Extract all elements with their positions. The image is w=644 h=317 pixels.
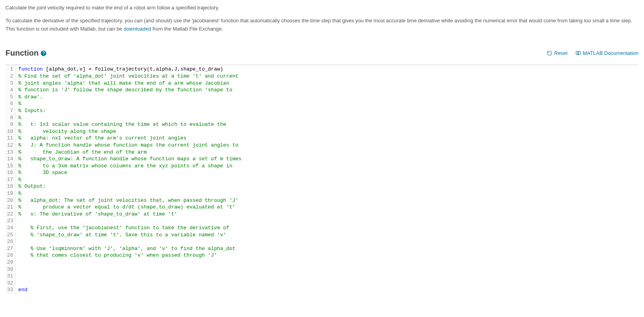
code-line[interactable]: % <box>18 176 639 183</box>
description-paragraph-1: Calculate the joint velocity required to… <box>5 4 639 12</box>
code-line[interactable]: % draw'. <box>18 94 639 101</box>
code-line[interactable]: % alpha: nx1 vector of the arm's current… <box>18 135 639 142</box>
line-number: 15 <box>7 163 13 170</box>
line-number: 3 <box>7 80 13 87</box>
line-number: 19 <box>7 190 13 197</box>
line-number: 2 <box>7 73 13 80</box>
line-number: 10 <box>7 128 13 135</box>
section-title: Function <box>5 49 38 58</box>
line-number: 20 <box>7 197 13 204</box>
code-line[interactable]: % produce a vector equal to d/dt (shape_… <box>18 204 639 211</box>
line-number: 25 <box>7 232 13 239</box>
code-editor[interactable]: 1234567891011121314151617181920212223242… <box>5 65 639 294</box>
line-number: 13 <box>7 149 13 156</box>
code-line[interactable] <box>18 266 639 273</box>
reset-icon <box>547 51 552 56</box>
code-line[interactable]: % the Jacobian of the end of the arm <box>18 149 639 156</box>
line-number: 27 <box>7 245 13 252</box>
code-area[interactable]: function [alpha_dot,v] = follow_trajecto… <box>16 65 639 294</box>
code-line[interactable]: % 'shape_to_draw' at time 't'. Save this… <box>18 232 639 239</box>
line-number: 7 <box>7 107 13 114</box>
code-line[interactable]: % alpha_dot: The set of joint velocities… <box>18 197 639 204</box>
reset-button[interactable]: Reset <box>547 50 568 56</box>
line-number: 29 <box>7 259 13 266</box>
problem-description: Calculate the joint velocity required to… <box>5 4 639 33</box>
code-line[interactable]: % Inputs: <box>18 107 639 114</box>
code-line[interactable]: % t: 1x1 scalar value containing the tim… <box>18 121 639 128</box>
line-number: 5 <box>7 94 13 101</box>
svg-rect-0 <box>576 51 578 54</box>
line-number: 9 <box>7 121 13 128</box>
help-icon[interactable]: ? <box>41 51 46 56</box>
code-line[interactable]: end <box>18 286 639 293</box>
line-number: 14 <box>7 156 13 163</box>
line-number: 23 <box>7 217 13 225</box>
line-number: 8 <box>7 114 13 121</box>
line-number-gutter: 1234567891011121314151617181920212223242… <box>5 65 16 294</box>
line-number: 18 <box>7 183 13 190</box>
code-line[interactable]: % v: The derivative of 'shape_to_draw' a… <box>18 211 639 218</box>
line-number: 30 <box>7 266 13 273</box>
code-line[interactable]: % Output: <box>18 183 639 190</box>
line-number: 11 <box>7 135 13 142</box>
line-number: 32 <box>7 280 13 287</box>
code-line[interactable]: % that comes closest to producing 'v' wh… <box>18 252 639 259</box>
code-line[interactable]: % to a 3xm matrix whose columns are the … <box>18 163 639 170</box>
line-number: 26 <box>7 238 13 245</box>
line-number: 6 <box>7 100 13 107</box>
line-number: 17 <box>7 176 13 183</box>
code-line[interactable]: % shape_to_draw: A function handle whose… <box>18 156 639 163</box>
code-line[interactable] <box>18 238 639 245</box>
code-line[interactable]: % Use 'lsqminnorm' with 'J', 'alpha', an… <box>18 245 639 252</box>
code-line[interactable]: % J: A function handle whose function ma… <box>18 142 639 149</box>
line-number: 24 <box>7 225 13 232</box>
line-number: 1 <box>7 66 13 73</box>
code-line[interactable]: % First, use the 'jacobianest' function … <box>18 225 639 232</box>
code-line[interactable]: % 3D space <box>18 169 639 176</box>
book-icon <box>575 51 581 56</box>
code-line[interactable] <box>18 259 639 266</box>
line-number: 4 <box>7 87 13 94</box>
line-number: 22 <box>7 211 13 218</box>
code-line[interactable]: % <box>18 114 639 121</box>
code-line[interactable]: % <box>18 190 639 197</box>
line-number: 16 <box>7 169 13 176</box>
line-number: 33 <box>7 286 13 293</box>
code-line[interactable] <box>18 273 639 280</box>
code-line[interactable]: % Find the set of 'alpha_dot' joint velo… <box>18 73 639 80</box>
downloaded-link[interactable]: downloaded <box>123 26 151 32</box>
code-line[interactable] <box>18 280 639 287</box>
line-number: 31 <box>7 273 13 280</box>
svg-rect-1 <box>578 51 580 54</box>
matlab-documentation-link[interactable]: MATLAB Documentation <box>575 50 639 56</box>
line-number: 28 <box>7 252 13 259</box>
code-line[interactable]: % velocity along the shape <box>18 128 639 135</box>
code-line[interactable]: function [alpha_dot,v] = follow_trajecto… <box>18 66 639 73</box>
line-number: 12 <box>7 142 13 149</box>
description-paragraph-2: To calculate the derivative of the speci… <box>5 17 639 33</box>
code-line[interactable]: % function is 'J' follow the shape descr… <box>18 87 639 94</box>
line-number: 21 <box>7 204 13 211</box>
code-line[interactable]: % <box>18 100 639 107</box>
code-line[interactable]: % joint angles 'alpha' that will make th… <box>18 80 639 87</box>
code-line[interactable] <box>18 217 639 225</box>
